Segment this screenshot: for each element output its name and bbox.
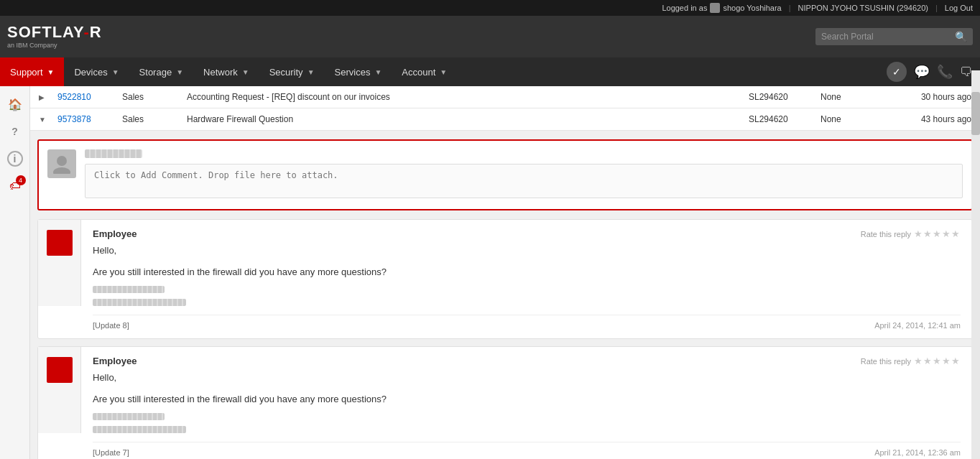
logo-text: SOFTLAY-R — [7, 24, 102, 40]
line2 — [50, 242, 70, 244]
reply-timestamp: April 21, 2014, 12:36 am — [874, 448, 961, 457]
account-id-link[interactable]: 294620 — [900, 4, 926, 12]
reply-rating: Rate this reply ★★★★★ — [861, 356, 961, 366]
attachment-blur — [93, 286, 165, 293]
logged-in-text: Logged in as — [662, 4, 707, 12]
nav-devices[interactable]: Devices ▼ — [64, 57, 129, 86]
logo-dash: - — [83, 23, 89, 41]
reply-inner: Employee Rate this reply ★★★★★ Hello, Ar… — [38, 220, 972, 338]
nav-account[interactable]: Account ▼ — [392, 57, 457, 86]
chevron-down-icon: ▼ — [308, 68, 315, 76]
separator: | — [789, 4, 791, 12]
nav-security[interactable]: Security ▼ — [259, 57, 325, 86]
line3 — [50, 246, 70, 249]
reply-card: Employee Rate this reply ★★★★★ Hello, Ar… — [37, 346, 973, 459]
reply-avatar-col — [38, 220, 81, 306]
reply-rating: Rate this reply ★★★★★ — [861, 228, 961, 239]
chevron-down-icon: ▼ — [176, 68, 183, 76]
avatar-lines — [50, 365, 70, 376]
chevron-down-icon: ▼ — [112, 68, 119, 76]
reply-header: Employee Rate this reply ★★★★★ — [93, 356, 961, 366]
company-info: NIPPON JYOHO TSUSHIN (294620) — [798, 4, 928, 12]
sidebar-tag[interactable]: 🏷 4 — [3, 174, 27, 198]
employee-icon — [47, 230, 73, 256]
ticket-subject: Accounting Request - [REQ] discount on o… — [187, 92, 741, 102]
reply-body: Employee Rate this reply ★★★★★ Hello, Ar… — [81, 347, 972, 459]
table-row: ▶ 9522810 Sales Accounting Request - [RE… — [30, 86, 980, 108]
star-rating[interactable]: ★★★★★ — [914, 356, 961, 366]
layout: 🏠 ? i 🏷 4 ▶ 9522810 Sales Accounting Req… — [0, 86, 980, 459]
comment-input[interactable] — [85, 164, 963, 198]
scrollbar-track[interactable] — [971, 70, 980, 459]
line1 — [50, 365, 70, 367]
avatar-icon — [52, 154, 72, 174]
search-input[interactable] — [821, 32, 951, 42]
header: SOFTLAY-R an IBM Company 🔍 — [0, 16, 980, 57]
chat-icon[interactable]: 💬 — [914, 64, 930, 80]
reply-text: Are you still interested in the firewall… — [93, 265, 961, 279]
logout-link[interactable]: Log Out — [945, 4, 973, 12]
line3 — [50, 374, 70, 376]
reply-author: Employee — [93, 228, 137, 239]
ticket-updated: 30 hours ago — [885, 92, 971, 102]
attachment-blur2 — [93, 426, 186, 433]
sidebar-info[interactable]: i — [7, 151, 23, 167]
attachment-blur2 — [93, 299, 186, 306]
attachment-blur — [93, 413, 165, 420]
chevron-down-icon: ▼ — [242, 68, 249, 76]
expand-toggle[interactable]: ▼ — [39, 116, 50, 124]
sidebar-help[interactable]: ? — [3, 119, 27, 144]
expand-toggle[interactable]: ▶ — [39, 93, 50, 101]
employee-icon — [47, 357, 73, 383]
ticket-dept: Sales — [122, 114, 180, 124]
chevron-down-icon: ▼ — [440, 68, 447, 76]
nav-support[interactable]: Support ▼ — [0, 57, 64, 86]
sidebar-home[interactable]: 🏠 — [3, 92, 27, 116]
update-label: [Update 7] — [93, 448, 129, 457]
ticket-assigned: None — [820, 114, 878, 124]
update-label: [Update 8] — [93, 321, 129, 330]
username-link[interactable]: shogo Yoshihara — [723, 4, 781, 12]
table-row: ▼ 9573878 Sales Hardware Firewall Questi… — [30, 108, 980, 131]
reply-body: Employee Rate this reply ★★★★★ Hello, Ar… — [81, 220, 972, 338]
nav-storage[interactable]: Storage ▼ — [129, 57, 193, 86]
scrollbar-thumb[interactable] — [971, 92, 980, 135]
sidebar: 🏠 ? i 🏷 4 — [0, 86, 30, 459]
svg-point-1 — [53, 167, 70, 174]
reply-author: Employee — [93, 356, 137, 366]
search-icon: 🔍 — [955, 31, 967, 42]
login-info: Logged in as shogo Yoshihara — [662, 3, 781, 13]
check-icon[interactable]: ✓ — [887, 62, 907, 82]
reply-text: Are you still interested in the firewall… — [93, 392, 961, 407]
nav-services[interactable]: Services ▼ — [325, 57, 392, 86]
ticket-assigned: None — [820, 92, 878, 102]
comment-section — [37, 139, 973, 210]
nav-network[interactable]: Network ▼ — [193, 57, 259, 86]
separator2: | — [935, 4, 938, 12]
username-blur — [85, 149, 142, 158]
comment-user-info — [85, 149, 963, 158]
tag-badge: 4 — [16, 175, 26, 185]
logo: SOFTLAY-R an IBM Company — [7, 24, 102, 49]
ticket-subject: Hardware Firewall Question — [187, 114, 741, 124]
navbar: Support ▼ Devices ▼ Storage ▼ Network ▼ … — [0, 57, 980, 86]
phone-icon[interactable]: 📞 — [937, 64, 953, 80]
reply-inner: Employee Rate this reply ★★★★★ Hello, Ar… — [38, 347, 972, 459]
nav-icons: ✓ 💬 📞 🗨 — [887, 57, 980, 86]
ticket-id-link[interactable]: 9573878 — [57, 114, 115, 124]
ticket-id-link[interactable]: 9522810 — [57, 92, 115, 102]
reply-footer: [Update 7] April 21, 2014, 12:36 am — [93, 442, 961, 457]
star-rating[interactable]: ★★★★★ — [914, 228, 961, 239]
ticket-account: SL294620 — [749, 92, 813, 102]
reply-card: Employee Rate this reply ★★★★★ Hello, Ar… — [37, 219, 973, 339]
search-box[interactable]: 🔍 — [815, 28, 973, 45]
user-icon — [710, 3, 720, 13]
ticket-dept: Sales — [122, 92, 180, 102]
line1 — [50, 238, 70, 240]
avatar-lines — [50, 238, 70, 249]
reply-avatar-col — [38, 347, 81, 433]
ticket-updated: 43 hours ago — [885, 114, 971, 124]
top-bar: Logged in as shogo Yoshihara | NIPPON JY… — [0, 0, 980, 16]
reply-greeting: Hello, — [93, 371, 961, 385]
chevron-down-icon: ▼ — [374, 68, 382, 76]
